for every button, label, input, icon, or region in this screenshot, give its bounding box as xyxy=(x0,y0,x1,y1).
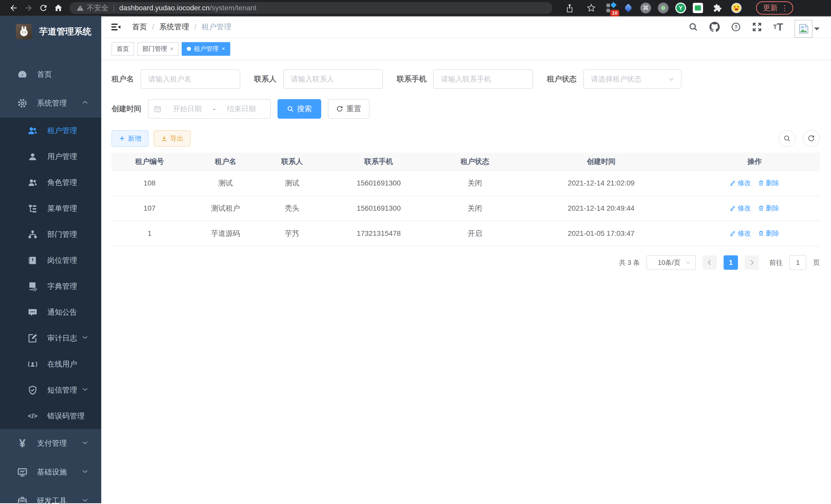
breadcrumb-separator: / xyxy=(194,23,196,31)
sidebar-item-infra[interactable]: 基础设施 xyxy=(0,458,101,486)
address-bar[interactable]: 不安全 dashboard.yudao.iocoder.cn/system/te… xyxy=(69,2,552,14)
delete-link[interactable]: 删除 xyxy=(758,229,779,238)
app-logo xyxy=(16,24,32,39)
extension-tag-manager-icon[interactable]: 10 xyxy=(605,3,616,13)
sidebar-item-dept[interactable]: 部门管理 xyxy=(0,221,101,247)
sidebar-item-pay[interactable]: ¥ 支付管理 xyxy=(0,429,101,458)
sidebar-item-tenant[interactable]: 租户管理 xyxy=(0,118,101,144)
github-icon[interactable] xyxy=(710,22,720,32)
edit-link[interactable]: 修改 xyxy=(730,229,751,238)
browser-home-icon[interactable] xyxy=(51,2,66,13)
font-size-icon[interactable]: TT xyxy=(773,22,783,32)
search-button[interactable]: 搜索 xyxy=(278,99,321,119)
tab-tenant[interactable]: 租户管理 × xyxy=(182,42,230,56)
extensions-puzzle-icon[interactable] xyxy=(710,2,725,13)
cell-tenant-id: 108 xyxy=(112,171,188,196)
tenant-name-input[interactable] xyxy=(141,69,240,89)
avatar-dropdown-caret-icon[interactable] xyxy=(814,28,820,33)
table-row: 1 芋道源码 芋艿 17321315478 开启 2021-01-05 17:0… xyxy=(112,221,820,246)
page-suffix: 页 xyxy=(813,258,820,267)
sidebar-item-system[interactable]: 系统管理 xyxy=(0,89,101,118)
tab-dept[interactable]: 部门管理 × xyxy=(137,42,179,56)
breadcrumb-home[interactable]: 首页 xyxy=(132,22,147,32)
sidebar-item-home[interactable]: 首页 xyxy=(0,60,101,89)
cell-mobile: 15601691300 xyxy=(321,171,437,196)
extension-chat-icon[interactable] xyxy=(693,3,703,13)
sidebar-item-role[interactable]: 角色管理 xyxy=(0,170,101,196)
cell-contact: 秃头 xyxy=(264,196,321,221)
sidebar-item-dict[interactable]: 字典管理 xyxy=(0,273,101,299)
delete-link[interactable]: 删除 xyxy=(758,179,779,187)
show-search-toggle-button[interactable] xyxy=(779,130,796,147)
bookmark-star-icon[interactable] xyxy=(584,2,599,13)
avatar[interactable] xyxy=(795,16,820,38)
extension-dot-icon[interactable] xyxy=(658,3,668,13)
table-toolbar: 新增 导出 xyxy=(112,130,820,147)
date-range-separator: - xyxy=(213,105,215,113)
url-path[interactable]: /system/tenant xyxy=(210,4,256,12)
goto-page-input[interactable] xyxy=(790,255,806,270)
delete-link[interactable]: 删除 xyxy=(758,204,779,213)
sidebar-menu: 首页 系统管理 租户管理 xyxy=(0,47,101,504)
gear-icon xyxy=(17,98,28,109)
sidebar-item-sms[interactable]: 短信管理 xyxy=(0,377,101,403)
help-icon[interactable]: ? xyxy=(731,22,741,32)
browser-update-button[interactable]: 更新 ⋮ xyxy=(756,1,793,14)
share-icon[interactable] xyxy=(562,2,577,13)
sidebar-item-menu[interactable]: 菜单管理 xyxy=(0,196,101,221)
url-host[interactable]: dashboard.yudao.iocoder.cn xyxy=(119,4,210,12)
app-logo-row[interactable]: 芋道管理系统 xyxy=(0,17,101,47)
sidebar-item-audit-log[interactable]: 审计日志 xyxy=(0,325,101,351)
export-button[interactable]: 导出 xyxy=(154,130,191,147)
sidebar-item-post[interactable]: 岗位管理 xyxy=(0,247,101,273)
edit-link[interactable]: 修改 xyxy=(730,179,751,187)
header-search-icon[interactable] xyxy=(688,22,698,32)
add-button[interactable]: 新增 xyxy=(112,130,148,147)
browser-reload-icon[interactable] xyxy=(36,2,51,13)
sidebar-item-label: 角色管理 xyxy=(47,178,77,188)
tab-close-icon[interactable]: × xyxy=(222,46,225,52)
status-select[interactable]: 请选择租户状态 xyxy=(583,69,682,89)
prev-page-button[interactable] xyxy=(703,255,717,270)
date-end-placeholder[interactable]: 结束日期 xyxy=(218,104,265,114)
code-icon: </> xyxy=(27,412,38,420)
browser-extensions-area: 10 ⌘ Y 更新 ⋮ xyxy=(562,1,793,14)
cell-mobile: 15601691300 xyxy=(321,196,437,221)
extension-kite-icon[interactable] xyxy=(623,3,634,13)
tab-home[interactable]: 首页 xyxy=(112,42,134,56)
sidebar-item-notice[interactable]: 通知公告 xyxy=(0,299,101,325)
sidebar-item-label: 用户管理 xyxy=(47,152,77,162)
profile-avatar-icon[interactable] xyxy=(731,3,742,13)
extension-command-icon[interactable]: ⌘ xyxy=(640,3,651,13)
edit-link[interactable]: 修改 xyxy=(730,204,751,213)
roles-icon xyxy=(27,178,38,187)
security-label[interactable]: 不安全 xyxy=(87,3,109,13)
table-row: 107 测试租户 秃头 15601691300 关闭 2021-12-14 20… xyxy=(112,196,820,221)
tab-close-icon[interactable]: × xyxy=(170,46,173,52)
sidebar-collapse-icon[interactable] xyxy=(111,22,121,32)
browser-menu-dots-icon[interactable]: ⋮ xyxy=(781,4,789,12)
select-caret-icon xyxy=(685,260,691,266)
browser-back-icon[interactable] xyxy=(6,2,21,13)
refresh-table-button[interactable] xyxy=(803,130,820,147)
next-page-button[interactable] xyxy=(745,255,759,270)
sidebar-item-label: 系统管理 xyxy=(37,98,67,109)
cell-tenant-name: 测试 xyxy=(188,171,264,196)
breadcrumb-system[interactable]: 系统管理 xyxy=(159,22,189,32)
sidebar-item-devtools[interactable]: 研发工具 xyxy=(0,486,101,504)
sidebar-item-errcode[interactable]: </> 错误码管理 xyxy=(0,403,101,429)
browser-forward-icon[interactable] xyxy=(21,2,36,13)
sidebar-item-online-users[interactable]: 在线用户 xyxy=(0,351,101,377)
col-status: 租户状态 xyxy=(437,153,513,171)
current-page-button[interactable]: 1 xyxy=(724,255,738,270)
sidebar-item-user[interactable]: 用户管理 xyxy=(0,144,101,170)
extension-yudao-icon[interactable]: Y xyxy=(675,3,686,13)
page-size-select[interactable]: 10条/页 xyxy=(647,255,696,270)
message-icon xyxy=(27,307,38,317)
date-range-picker[interactable]: 开始日期 - 结束日期 xyxy=(148,99,271,119)
mobile-input[interactable] xyxy=(433,69,533,89)
reset-button[interactable]: 重置 xyxy=(328,99,370,119)
contact-input[interactable] xyxy=(283,69,383,89)
date-start-placeholder[interactable]: 开始日期 xyxy=(164,104,211,114)
fullscreen-icon[interactable] xyxy=(752,22,762,32)
